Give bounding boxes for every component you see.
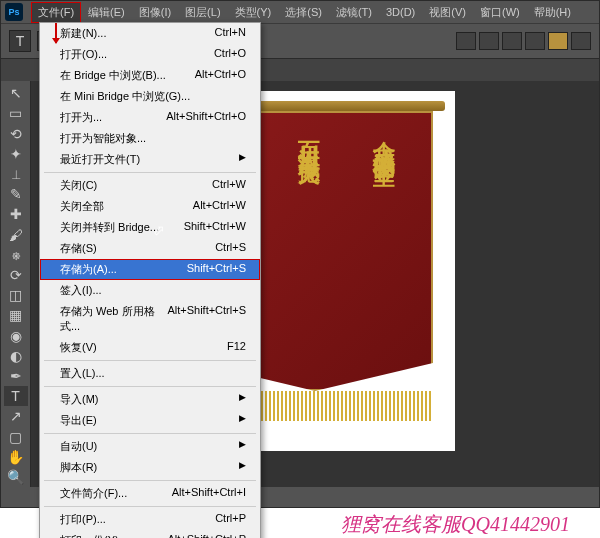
menu-item-[interactable]: 关闭全部Alt+Ctrl+W (40, 196, 260, 217)
menu-item-P[interactable]: 打印(P)...Ctrl+P (40, 509, 260, 530)
menu-shortcut: F12 (227, 340, 246, 355)
submenu-arrow-icon: ▶ (239, 460, 246, 475)
eyedropper-tool-icon[interactable]: ✎ (4, 184, 28, 204)
pen-tool-icon[interactable]: ✒ (4, 366, 28, 386)
lasso-tool-icon[interactable]: ⟲ (4, 123, 28, 143)
zoom-tool-icon[interactable]: 🔍 (4, 467, 28, 487)
menu-separator (44, 433, 256, 434)
path-tool-icon[interactable]: ↗ (4, 406, 28, 426)
align-button[interactable] (502, 32, 522, 50)
menu-item-U[interactable]: 自动(U)▶ (40, 436, 260, 457)
panel-button[interactable] (571, 32, 591, 50)
menu-separator (44, 506, 256, 507)
menu-item-Bridge[interactable]: 关闭并转到 Bridge...Shift+Ctrl+W (40, 217, 260, 238)
history-brush-icon[interactable]: ⟳ (4, 265, 28, 285)
menu-item-A[interactable]: 存储为(A)...Shift+Ctrl+S (40, 259, 260, 280)
type-tool-icon[interactable]: T (4, 386, 28, 406)
menu-item-label: 置入(L)... (60, 366, 105, 381)
banner-text-left: 众志成城比金坚 (369, 123, 399, 379)
blur-tool-icon[interactable]: ◉ (4, 325, 28, 345)
warp-button[interactable] (525, 32, 545, 50)
move-tool-icon[interactable]: ↖ (4, 83, 28, 103)
menu-item-F[interactable]: 文件简介(F)...Alt+Shift+Ctrl+I (40, 483, 260, 504)
menu-item-C[interactable]: 关闭(C)Ctrl+W (40, 175, 260, 196)
gradient-tool-icon[interactable]: ▦ (4, 305, 28, 325)
annotation-arrow-icon (55, 23, 57, 43)
submenu-arrow-icon: ▶ (239, 152, 246, 167)
menu-item-label: 打开(O)... (60, 47, 107, 62)
menu-view[interactable]: 视图(V) (422, 2, 473, 23)
stamp-tool-icon[interactable]: ⎈ (4, 245, 28, 265)
menu-item-label: 文件简介(F)... (60, 486, 127, 501)
menu-shortcut: Alt+Ctrl+W (193, 199, 246, 214)
menu-shortcut: Ctrl+S (215, 241, 246, 256)
submenu-arrow-icon: ▶ (239, 392, 246, 407)
menu-item-label: 存储(S) (60, 241, 97, 256)
app-logo-icon: Ps (5, 3, 23, 21)
menu-image[interactable]: 图像(I) (132, 2, 178, 23)
submenu-arrow-icon: ▶ (239, 413, 246, 428)
menu-item-label: 存储为(A)... (60, 262, 117, 277)
menu-shortcut: Shift+Ctrl+W (184, 220, 246, 235)
menu-layer[interactable]: 图层(L) (178, 2, 227, 23)
menu-type[interactable]: 类型(Y) (228, 2, 279, 23)
menu-3d[interactable]: 3D(D) (379, 3, 422, 21)
menu-shortcut: Alt+Shift+Ctrl+O (166, 110, 246, 125)
menu-shortcut: Shift+Ctrl+S (187, 262, 246, 277)
menu-item-label: 打印一份(Y) (60, 533, 119, 538)
submenu-arrow-icon: ▶ (239, 439, 246, 454)
application-window: Ps 文件(F) 编辑(E) 图像(I) 图层(L) 类型(Y) 选择(S) 滤… (0, 0, 600, 508)
tool-preset-icon[interactable]: T (9, 30, 31, 52)
align-button[interactable] (456, 32, 476, 50)
menu-item-label: 关闭(C) (60, 178, 97, 193)
align-button[interactable] (479, 32, 499, 50)
shape-tool-icon[interactable]: ▢ (4, 426, 28, 446)
menu-item-L[interactable]: 置入(L)... (40, 363, 260, 384)
menu-item-E[interactable]: 导出(E)▶ (40, 410, 260, 431)
dodge-tool-icon[interactable]: ◐ (4, 346, 28, 366)
menu-item-V[interactable]: 恢复(V)F12 (40, 337, 260, 358)
menu-item-label: 最近打开文件(T) (60, 152, 140, 167)
menu-item-T[interactable]: 最近打开文件(T)▶ (40, 149, 260, 170)
menu-item-S[interactable]: 存储(S)Ctrl+S (40, 238, 260, 259)
eraser-tool-icon[interactable]: ◫ (4, 285, 28, 305)
toolbox: ↖ ▭ ⟲ ✦ ⟂ ✎ ✚ 🖌 ⎈ ⟳ ◫ ▦ ◉ ◐ ✒ T ↗ ▢ ✋ 🔍 (1, 81, 31, 487)
menu-edit[interactable]: 编辑(E) (81, 2, 132, 23)
menu-item-M[interactable]: 导入(M)▶ (40, 389, 260, 410)
menu-item-N[interactable]: 新建(N)...Ctrl+N (40, 23, 260, 44)
menu-shortcut: Alt+Shift+Ctrl+S (167, 304, 246, 334)
menu-item-label: 在 Bridge 中浏览(B)... (60, 68, 166, 83)
wand-tool-icon[interactable]: ✦ (4, 144, 28, 164)
menu-item-Y[interactable]: 打印一份(Y)Alt+Shift+Ctrl+P (40, 530, 260, 538)
file-menu-dropdown: 新建(N)...Ctrl+N打开(O)...Ctrl+O在 Bridge 中浏览… (39, 22, 261, 538)
menu-item-MiniBridgeG[interactable]: 在 Mini Bridge 中浏览(G)... (40, 86, 260, 107)
menu-window[interactable]: 窗口(W) (473, 2, 527, 23)
menu-item-O[interactable]: 打开(O)...Ctrl+O (40, 44, 260, 65)
crop-tool-icon[interactable]: ⟂ (4, 164, 28, 184)
menu-separator (44, 480, 256, 481)
menu-shortcut: Alt+Shift+Ctrl+I (172, 486, 246, 501)
menu-file[interactable]: 文件(F) (31, 2, 81, 23)
menu-item-label: 导入(M) (60, 392, 99, 407)
menu-item-label: 脚本(R) (60, 460, 97, 475)
menu-shortcut: Alt+Shift+Ctrl+P (167, 533, 246, 538)
menu-item-R[interactable]: 脚本(R)▶ (40, 457, 260, 478)
menu-separator (44, 360, 256, 361)
menu-item-[interactable]: 打开为智能对象... (40, 128, 260, 149)
healing-tool-icon[interactable]: ✚ (4, 204, 28, 224)
menu-item-[interactable]: 打开为...Alt+Shift+Ctrl+O (40, 107, 260, 128)
brush-tool-icon[interactable]: 🖌 (4, 224, 28, 244)
menu-item-label: 打开为智能对象... (60, 131, 146, 146)
menu-item-Web[interactable]: 存储为 Web 所用格式...Alt+Shift+Ctrl+S (40, 301, 260, 337)
menu-item-BridgeB[interactable]: 在 Bridge 中浏览(B)...Alt+Ctrl+O (40, 65, 260, 86)
menu-item-I[interactable]: 签入(I)... (40, 280, 260, 301)
marquee-tool-icon[interactable]: ▭ (4, 103, 28, 123)
menu-item-label: 签入(I)... (60, 283, 102, 298)
color-swatch[interactable] (548, 32, 568, 50)
menu-select[interactable]: 选择(S) (278, 2, 329, 23)
hand-tool-icon[interactable]: ✋ (4, 447, 28, 467)
menu-item-label: 导出(E) (60, 413, 97, 428)
menu-filter[interactable]: 滤镜(T) (329, 2, 379, 23)
menu-item-label: 新建(N)... (60, 26, 106, 41)
menu-help[interactable]: 帮助(H) (527, 2, 578, 23)
